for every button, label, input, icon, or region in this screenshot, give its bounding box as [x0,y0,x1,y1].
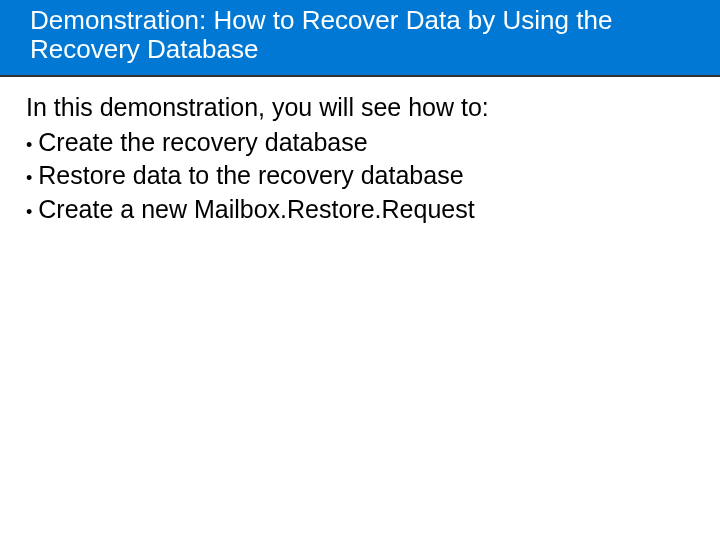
bullet-text: Create a new Mailbox.Restore.Request [38,193,474,226]
bullet-text: Restore data to the recovery database [38,159,463,192]
bullet-text: Create the recovery database [38,126,367,159]
bullet-icon: • [26,198,32,227]
bullet-icon: • [26,131,32,160]
slide-content: In this demonstration, you will see how … [0,77,720,241]
intro-text: In this demonstration, you will see how … [26,91,694,124]
bullet-item: • Create the recovery database [26,126,694,160]
bullet-item: • Create a new Mailbox.Restore.Request [26,193,694,227]
slide-title: Demonstration: How to Recover Data by Us… [0,0,720,77]
bullet-icon: • [26,164,32,193]
bullet-item: • Restore data to the recovery database [26,159,694,193]
